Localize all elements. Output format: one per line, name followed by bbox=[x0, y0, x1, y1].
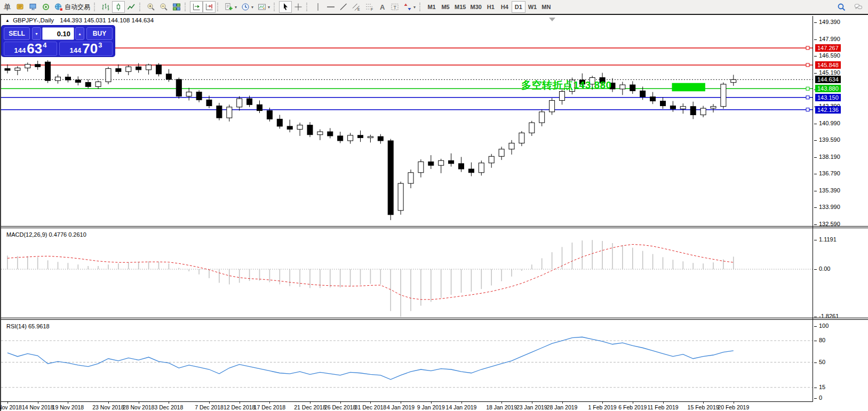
timeframe-w1-button[interactable]: W1 bbox=[525, 1, 539, 13]
templates-button-dropdown[interactable]: ▾ bbox=[268, 5, 270, 10]
date-label: 26 Dec 2018 bbox=[316, 404, 364, 410]
periods-button[interactable]: ▾ bbox=[239, 1, 256, 13]
candlestick-chart-button[interactable] bbox=[112, 1, 125, 13]
vertical-line-button[interactable] bbox=[312, 1, 324, 13]
auto-scroll-button[interactable] bbox=[190, 1, 203, 13]
toolbar-group-handle[interactable] bbox=[306, 3, 309, 11]
date-label: 6 Feb 2019 bbox=[609, 404, 657, 410]
macd-histogram bbox=[7, 240, 734, 317]
price-tick-label: 147.990 bbox=[819, 36, 840, 42]
community-button[interactable] bbox=[39, 1, 52, 13]
arrows-button-dropdown[interactable]: ▾ bbox=[413, 5, 416, 10]
indicators-icon bbox=[225, 3, 233, 11]
search-button[interactable] bbox=[835, 1, 848, 13]
toolbar-group-handle[interactable] bbox=[217, 3, 220, 11]
text-label-button[interactable] bbox=[388, 1, 401, 13]
axis-tick bbox=[814, 157, 817, 158]
pane-separator[interactable] bbox=[1, 319, 868, 320]
timeframe-h4-button[interactable]: H4 bbox=[498, 1, 512, 13]
chart-shift-button[interactable] bbox=[203, 1, 216, 13]
chart-shift-marker[interactable] bbox=[549, 18, 555, 21]
sell-price-sup: 4 bbox=[43, 42, 46, 49]
indicators-button-dropdown[interactable]: ▾ bbox=[235, 5, 237, 10]
timeframe-d1-button[interactable]: D1 bbox=[512, 1, 525, 13]
toolbar-group-handle[interactable] bbox=[185, 3, 187, 11]
timeframes-group: M1M5M15M30H1H4D1W1MN bbox=[418, 0, 553, 14]
toolbar-group-handle[interactable] bbox=[274, 3, 276, 11]
templates-button[interactable]: ▾ bbox=[256, 1, 272, 13]
line-chart-button[interactable] bbox=[125, 1, 138, 13]
timeframe-m5-button[interactable]: M5 bbox=[439, 1, 452, 13]
bar-chart-button[interactable] bbox=[99, 1, 112, 13]
chat-button[interactable] bbox=[852, 1, 865, 13]
autotrading-icon bbox=[54, 3, 63, 11]
autotrading-button[interactable]: 自动交易 bbox=[52, 1, 92, 13]
pane-separator[interactable] bbox=[1, 318, 868, 318]
toolbar-group-handle[interactable] bbox=[139, 3, 142, 11]
axis-tick bbox=[814, 269, 817, 270]
axis-tick bbox=[814, 140, 817, 141]
date-label: 23 Jan 2019 bbox=[508, 404, 556, 410]
cursor-button[interactable] bbox=[279, 1, 292, 13]
zoom-out-button[interactable] bbox=[157, 1, 170, 13]
pane-separator[interactable] bbox=[1, 228, 868, 228]
chart-shift-icon bbox=[205, 3, 213, 11]
date-label: 18 Jan 2019 bbox=[477, 404, 525, 410]
timeframe-h1-button[interactable]: H1 bbox=[484, 1, 498, 13]
sell-button[interactable]: SELL bbox=[4, 27, 30, 40]
axis-tick bbox=[814, 398, 817, 399]
crosshair-button[interactable] bbox=[292, 1, 305, 13]
insert-group: ▾▾▾ bbox=[216, 0, 272, 14]
one-click-trading-panel: SELL ▼ ▲ BUY 144634 144703 bbox=[2, 26, 115, 57]
date-label: 3 Dec 2018 bbox=[145, 404, 193, 410]
metaeditor-button[interactable] bbox=[14, 1, 27, 13]
toolbar-group-handle[interactable] bbox=[94, 3, 97, 11]
pane-separator[interactable] bbox=[1, 226, 868, 227]
price-tick-label: 133.990 bbox=[819, 204, 840, 210]
volume-input[interactable] bbox=[42, 27, 74, 40]
text-label-icon bbox=[391, 3, 399, 11]
metaeditor-icon bbox=[16, 3, 25, 11]
text-button[interactable] bbox=[376, 1, 388, 13]
zoom-in-button[interactable] bbox=[145, 1, 157, 13]
date-label: 31 Dec 2018 bbox=[346, 404, 394, 410]
buy-price-button[interactable]: 144703 bbox=[59, 42, 113, 56]
level-price-label: 143.880 bbox=[815, 85, 841, 92]
collapse-icon[interactable]: ▲ bbox=[5, 18, 10, 23]
chart-canvas[interactable] bbox=[1, 16, 813, 402]
arrows-button[interactable]: ▾ bbox=[401, 1, 418, 13]
date-label: 7 Dec 2018 bbox=[185, 404, 233, 410]
date-label: 4 Jan 2019 bbox=[377, 404, 425, 410]
metaquotes-button[interactable] bbox=[27, 1, 39, 13]
sell-price-button[interactable]: 144634 bbox=[4, 42, 57, 56]
buy-button[interactable]: BUY bbox=[86, 27, 113, 40]
timeframe-mn-button[interactable]: MN bbox=[539, 1, 553, 13]
pivot-annotation-text[interactable]: 多空转折点143.880 bbox=[521, 78, 612, 92]
equidistant-channel-button[interactable] bbox=[350, 1, 363, 13]
volume-decrease-button[interactable]: ▼ bbox=[32, 27, 41, 40]
price-axis[interactable]: 149.390147.990146.590145.190143.790142.3… bbox=[814, 16, 868, 403]
timeframe-m15-button[interactable]: M15 bbox=[452, 1, 468, 13]
axis-tick bbox=[814, 174, 817, 174]
equidistant-channel-icon bbox=[352, 3, 361, 11]
date-label: 9 Nov 2018 bbox=[0, 404, 31, 410]
timeframe-m30-button[interactable]: M30 bbox=[468, 1, 483, 13]
axis-tick bbox=[814, 224, 817, 225]
price-level-lines[interactable] bbox=[1, 46, 813, 111]
green-highlight-box[interactable] bbox=[672, 83, 705, 92]
fibonacci-button[interactable] bbox=[363, 1, 376, 13]
new-order-button[interactable]: 单 bbox=[1, 1, 14, 13]
axis-tick bbox=[814, 317, 817, 317]
toolbar-group-handle[interactable] bbox=[419, 3, 422, 11]
timeframe-m1-button[interactable]: M1 bbox=[425, 1, 439, 13]
chart-window[interactable]: ▲ GBPJPY-,Daily 144.393 145.031 144.108 … bbox=[0, 14, 868, 411]
horizontal-line-button[interactable] bbox=[324, 1, 337, 13]
indicators-button[interactable]: ▾ bbox=[222, 1, 239, 13]
volume-increase-button[interactable]: ▲ bbox=[75, 27, 84, 40]
price-tick-label: 146.590 bbox=[819, 52, 840, 59]
price-tick-label: 132.590 bbox=[819, 221, 840, 227]
rsi-scale-label: 50 bbox=[819, 359, 825, 365]
trendline-button[interactable] bbox=[337, 1, 350, 13]
tile-windows-button[interactable] bbox=[170, 1, 183, 13]
periods-button-dropdown[interactable]: ▾ bbox=[251, 5, 253, 10]
